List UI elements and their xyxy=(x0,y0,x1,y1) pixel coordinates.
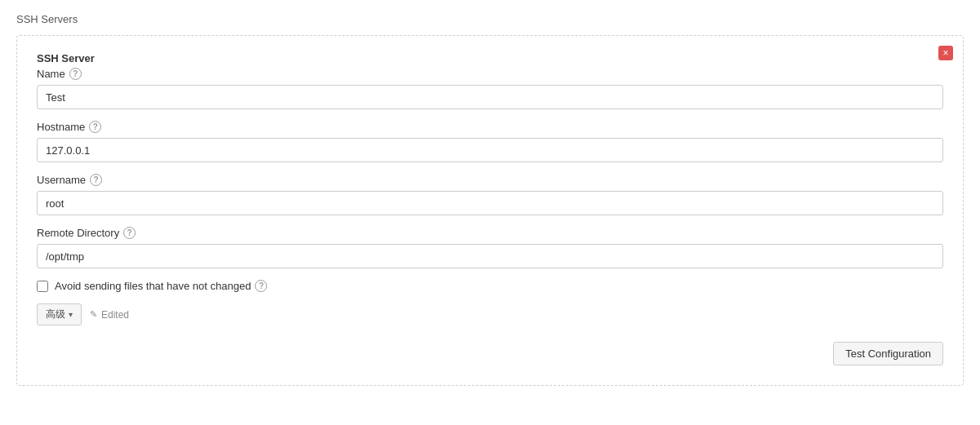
ssh-server-card: × SSH Server Name ? Hostname ? xyxy=(16,35,964,386)
name-field-group: Name ? xyxy=(37,68,943,109)
name-label: Name ? xyxy=(37,68,943,80)
avoid-sending-checkbox[interactable] xyxy=(37,281,48,292)
remote-directory-label-text: Remote Directory xyxy=(37,227,119,239)
edited-text: Edited xyxy=(101,309,129,321)
footer-row: Test Configuration xyxy=(37,342,943,365)
name-help-icon[interactable]: ? xyxy=(69,68,82,80)
close-icon: × xyxy=(942,48,948,58)
page-wrapper: SSH Servers × SSH Server Name ? Hostname… xyxy=(0,0,980,399)
edited-label: ✎ Edited xyxy=(90,309,129,321)
edit-icon: ✎ xyxy=(90,309,97,320)
username-input[interactable] xyxy=(37,191,943,215)
name-input[interactable] xyxy=(37,85,943,109)
remote-directory-help-icon[interactable]: ? xyxy=(123,227,136,239)
advanced-row: 高级 ▾ ✎ Edited xyxy=(37,303,943,325)
hostname-field-group: Hostname ? xyxy=(37,121,943,162)
avoid-sending-row: Avoid sending files that have not change… xyxy=(37,280,943,292)
avoid-sending-label: Avoid sending files that have not change… xyxy=(55,280,267,292)
username-label: Username ? xyxy=(37,174,943,186)
advanced-button-label: 高级 xyxy=(46,308,65,321)
hostname-help-icon[interactable]: ? xyxy=(89,121,101,133)
card-header: SSH Server xyxy=(37,52,943,64)
avoid-sending-help-icon[interactable]: ? xyxy=(255,280,267,292)
username-help-icon[interactable]: ? xyxy=(90,174,102,186)
name-label-text: Name xyxy=(37,68,65,80)
close-button[interactable]: × xyxy=(938,46,953,60)
remote-directory-input[interactable] xyxy=(37,244,943,268)
hostname-label: Hostname ? xyxy=(37,121,943,133)
remote-directory-label: Remote Directory ? xyxy=(37,227,943,239)
username-label-text: Username xyxy=(37,174,86,186)
remote-directory-field-group: Remote Directory ? xyxy=(37,227,943,268)
username-field-group: Username ? xyxy=(37,174,943,215)
chevron-down-icon: ▾ xyxy=(69,310,73,319)
hostname-label-text: Hostname xyxy=(37,121,85,133)
test-configuration-button[interactable]: Test Configuration xyxy=(833,342,943,365)
page-title: SSH Servers xyxy=(16,13,964,25)
advanced-button[interactable]: 高级 ▾ xyxy=(37,303,82,325)
hostname-input[interactable] xyxy=(37,138,943,162)
